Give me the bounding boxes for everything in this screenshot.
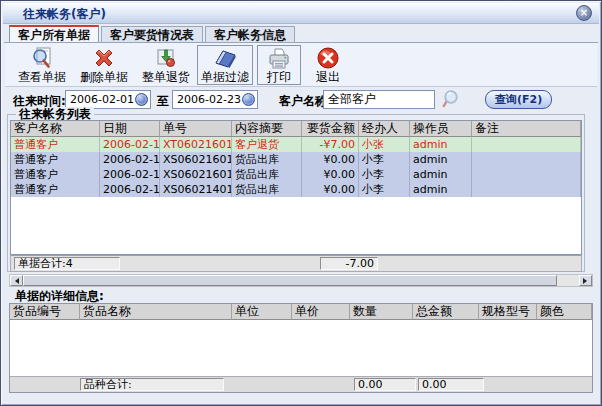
table-row[interactable]: 普通客户 2006-02-16 XS060216010002 货品出库 ¥0.0…: [11, 152, 581, 167]
toolbar: 查看单据 删除单据 整单退货: [5, 43, 597, 87]
cell-remark: [472, 182, 581, 197]
scroll-right-icon[interactable]: [579, 275, 592, 286]
summary-strip: 单据合计:4 -7.00: [10, 255, 582, 272]
cell-date: 2006-02-16: [100, 137, 160, 152]
col-goods-code[interactable]: 货品编号: [10, 304, 80, 320]
col-unit[interactable]: 单位: [232, 304, 292, 320]
cell-handler: 小李: [359, 152, 410, 167]
cell-doc-no: XS060214010001: [160, 182, 232, 197]
cell-date: 2006-02-14: [100, 182, 160, 197]
cell-remark: [472, 137, 581, 152]
view-document-label: 查看单据: [18, 71, 66, 84]
cell-customer: 普通客户: [11, 182, 100, 197]
cell-amount: -¥7.00: [302, 137, 359, 152]
cell-amount: ¥0.00: [302, 152, 359, 167]
to-label: 至: [157, 93, 169, 110]
cell-customer: 普通客户: [11, 137, 100, 152]
table-row[interactable]: 普通客户 2006-02-16 XT060216010001 客户退货 -¥7.…: [11, 137, 581, 152]
cell-doc-no: XS060216010002: [160, 152, 232, 167]
detail-header-row: 货品编号 货品名称 单位 单价 数量 总金额 规格型号 颜色: [10, 304, 592, 320]
table-row[interactable]: 普通客户 2006-02-16 XS060216010001 货品出库 ¥0.0…: [11, 167, 581, 182]
filter-documents-button[interactable]: 单据过滤: [197, 45, 253, 85]
cell-summary: 货品出库: [232, 182, 302, 197]
view-document-button[interactable]: 查看单据: [13, 45, 71, 85]
delete-document-button[interactable]: 删除单据: [75, 45, 133, 85]
cell-operator: admin: [410, 137, 472, 152]
return-order-icon: [154, 45, 178, 71]
query-button[interactable]: 查询(F2): [485, 90, 552, 109]
tab-all-documents[interactable]: 客户所有单据: [9, 25, 99, 43]
print-label: 打印: [267, 71, 291, 84]
return-order-label: 整单退货: [142, 71, 190, 84]
exit-label: 退出: [316, 71, 340, 84]
table-header-row: 客户名称 日期 单号 内容摘要 要货金额 经办人 操作员 备注: [11, 121, 581, 137]
cell-summary: 货品出库: [232, 167, 302, 182]
filter-documents-icon: [212, 46, 238, 71]
col-amount[interactable]: 要货金额: [302, 121, 359, 137]
transaction-table: 客户名称 日期 单号 内容摘要 要货金额 经办人 操作员 备注 普通客户 200…: [10, 120, 582, 255]
delete-document-label: 删除单据: [80, 71, 128, 84]
detail-footer: 品种合计: 0.00 0.00: [10, 376, 592, 392]
quantity-total: 0.00: [354, 378, 416, 391]
cell-remark: [472, 167, 581, 182]
col-quantity[interactable]: 数量: [350, 304, 413, 320]
customer-name-input[interactable]: [323, 90, 435, 109]
cell-handler: 小李: [359, 167, 410, 182]
variety-total-label: 品种合计:: [80, 378, 224, 391]
scroll-left-icon[interactable]: [10, 275, 23, 286]
transaction-list-groupbox: 往来帐务列表 客户名称 日期 单号 内容摘要 要货金额 经办人 操作员 备注 普…: [7, 114, 585, 272]
cell-customer: 普通客户: [11, 167, 100, 182]
cell-handler: 小李: [359, 182, 410, 197]
col-date[interactable]: 日期: [100, 121, 160, 137]
detail-table-body: [10, 320, 592, 376]
tab-account-info[interactable]: 客户帐务信息: [205, 26, 295, 43]
col-operator[interactable]: 操作员: [410, 121, 472, 137]
tab-goods-demand[interactable]: 客户要货情况表: [101, 26, 203, 43]
horizontal-scrollbar[interactable]: [9, 274, 593, 287]
cell-amount: ¥0.00: [302, 182, 359, 197]
col-unit-price[interactable]: 单价: [292, 304, 350, 320]
col-spec-model[interactable]: 规格型号: [479, 304, 537, 320]
detail-table: 货品编号 货品名称 单位 单价 数量 总金额 规格型号 颜色 品种合计: 0.0…: [9, 303, 593, 393]
return-order-button[interactable]: 整单退货: [137, 45, 195, 85]
exit-icon: [316, 45, 340, 71]
date-to-input[interactable]: 2006-02-23: [172, 90, 258, 109]
window-customer-transactions: 往来帐务(客户) × 客户所有单据 客户要货情况表 客户帐务信息 查看单据: [0, 0, 602, 406]
col-goods-name[interactable]: 货品名称: [80, 304, 232, 320]
date-picker-icon[interactable]: [135, 93, 148, 106]
cell-date: 2006-02-16: [100, 167, 160, 182]
print-icon: [266, 46, 292, 71]
cell-customer: 普通客户: [11, 152, 100, 167]
col-handler[interactable]: 经办人: [359, 121, 410, 137]
cell-date: 2006-02-16: [100, 152, 160, 167]
close-icon[interactable]: ×: [576, 5, 592, 21]
date-to-value: 2006-02-23: [177, 93, 242, 106]
print-button[interactable]: 打印: [257, 45, 301, 85]
exit-button[interactable]: 退出: [305, 45, 351, 85]
col-customer[interactable]: 客户名称: [11, 121, 100, 137]
col-color[interactable]: 颜色: [537, 304, 592, 320]
cell-remark: [472, 152, 581, 167]
cell-amount: ¥0.00: [302, 167, 359, 182]
col-summary[interactable]: 内容摘要: [232, 121, 302, 137]
col-total-amount[interactable]: 总金额: [413, 304, 479, 320]
amount-total: 0.00: [418, 378, 484, 391]
cell-handler: 小张: [359, 137, 410, 152]
delete-document-icon: [92, 45, 116, 71]
document-count-total: 单据合计:4: [14, 257, 120, 270]
date-picker-icon[interactable]: [242, 93, 255, 106]
cell-operator: admin: [410, 182, 472, 197]
filter-documents-label: 单据过滤: [201, 71, 249, 84]
col-remark[interactable]: 备注: [472, 121, 581, 137]
cell-doc-no: XS060216010001: [160, 167, 232, 182]
amount-total: -7.00: [320, 257, 378, 270]
date-from-value: 2006-02-01: [70, 93, 135, 106]
groupbox-title: 往来帐务列表: [16, 107, 94, 121]
tab-bar: 客户所有单据 客户要货情况表 客户帐务信息: [9, 25, 295, 43]
cell-summary: 货品出库: [232, 152, 302, 167]
table-row[interactable]: 普通客户 2006-02-14 XS060214010001 货品出库 ¥0.0…: [11, 182, 581, 197]
cell-doc-no: XT060216010001: [160, 137, 232, 152]
col-doc-no[interactable]: 单号: [160, 121, 232, 137]
search-icon[interactable]: [442, 89, 462, 113]
scrollbar-thumb[interactable]: [23, 275, 557, 286]
